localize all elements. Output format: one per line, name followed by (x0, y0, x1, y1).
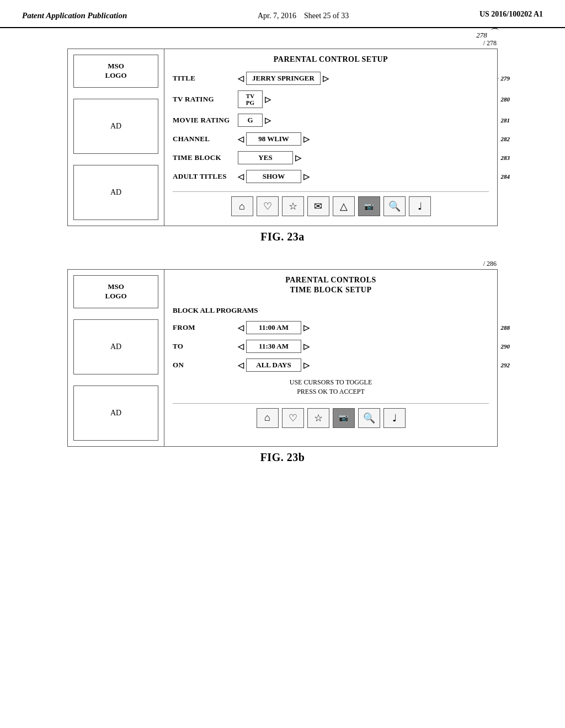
envelope-icon[interactable]: ✉ (307, 196, 329, 216)
ref-290: 290 (501, 343, 510, 350)
arrow-left-title[interactable]: ◁ (238, 74, 244, 83)
star-icon[interactable]: ☆ (282, 196, 304, 216)
screen-23a: MSOLOGO AD AD PARENTAL CONTROL SETUP TIT… (67, 49, 498, 226)
control-title[interactable]: ◁ JERRY SPRINGER ▷ (238, 72, 329, 85)
control-time-block[interactable]: YES ▷ (238, 151, 301, 164)
arrow-left-to[interactable]: ◁ (238, 342, 244, 351)
arrow-left-channel[interactable]: ◁ (238, 135, 244, 144)
home-icon-23b[interactable]: ⌂ (257, 408, 279, 428)
arrow-right-channel[interactable]: ▷ (303, 135, 310, 144)
ad-box-1-23b: AD (73, 319, 158, 374)
fig-label-23b: FIG. 23b (67, 451, 498, 464)
control-from[interactable]: ◁ 11:00 AM ▷ (238, 321, 310, 334)
ref-278-label: / 278 (67, 39, 498, 47)
control-on[interactable]: ◁ ALL DAYS ▷ (238, 358, 310, 372)
row-to: TO ◁ 11:30 AM ▷ 290 (173, 340, 489, 353)
arrow-right-to[interactable]: ▷ (303, 342, 310, 351)
logo-text-23a: MSOLOGO (105, 62, 126, 79)
cursors-line1: USE CURSORS TO TOGGLE (290, 378, 372, 386)
arrow-right-on[interactable]: ▷ (303, 361, 310, 370)
music-icon-23b[interactable]: ♩ (383, 408, 406, 428)
right-panel-23a: PARENTAL CONTROL SETUP TITLE ◁ JERRY SPR… (164, 49, 497, 226)
value-movie-rating: G (238, 114, 263, 127)
ref-281: 281 (501, 117, 510, 124)
row-channel: CHANNEL ◁ 98 WLIW ▷ 282 (173, 132, 489, 146)
control-to[interactable]: ◁ 11:30 AM ▷ (238, 340, 310, 353)
page-header: Patent Application Publication Apr. 7, 2… (0, 0, 565, 28)
use-cursors-text: USE CURSORS TO TOGGLE PRESS OK TO ACCEPT (173, 378, 489, 397)
row-time-block: TIME BLOCK YES ▷ 283 (173, 151, 489, 164)
search-icon[interactable]: 🔍 (383, 196, 406, 216)
ad-box-1-23a: AD (73, 99, 158, 154)
arrow-right-adult-titles[interactable]: ▷ (303, 172, 310, 181)
heart-icon[interactable]: ♡ (257, 196, 279, 216)
main-content: 278 ⌒ / 278 MSOLOGO AD AD PARENTAL CONT (0, 34, 565, 469)
label-on: ON (173, 361, 233, 370)
label-from: FROM (173, 323, 233, 332)
label-time-block: TIME BLOCK (173, 153, 233, 162)
ref-282: 282 (501, 136, 510, 142)
ref-279: 279 (501, 75, 510, 82)
label-movie-rating: MOVIE RATING (173, 116, 233, 125)
left-panel-23b: MSOLOGO AD AD (68, 270, 164, 446)
arrow-left-on[interactable]: ◁ (238, 361, 244, 370)
control-movie-rating[interactable]: G ▷ (238, 114, 271, 127)
value-channel: 98 WLIW (246, 132, 301, 146)
control-tv-rating[interactable]: TVPG ▷ (238, 90, 271, 108)
row-tv-rating: TV RATING TVPG ▷ 280 (173, 90, 489, 108)
music-icon[interactable]: ♩ (409, 196, 431, 216)
ref-279-bracket (497, 78, 499, 79)
header-center: Apr. 7, 2016 Sheet 25 of 33 (258, 10, 349, 22)
label-tv-rating: TV RATING (173, 95, 233, 104)
icon-toolbar-23a: ⌂ ♡ ☆ ✉ △ 📷 🔍 ♩ (173, 191, 489, 216)
home-icon[interactable]: ⌂ (231, 196, 253, 216)
star-icon-23b[interactable]: ☆ (307, 408, 329, 428)
ad-box-2-23b: AD (73, 386, 158, 441)
label-title: TITLE (173, 74, 233, 83)
ref-288: 288 (501, 324, 510, 331)
value-to: 11:30 AM (246, 340, 301, 353)
arrow-right-time-block[interactable]: ▷ (295, 153, 301, 163)
arrow-left-adult-titles[interactable]: ◁ (238, 172, 244, 181)
publication-title: Patent Application Publication (22, 10, 127, 22)
value-tv-rating: TVPG (238, 90, 263, 108)
ref-278: 278 ⌒ (476, 29, 498, 41)
left-panel-23a: MSOLOGO AD AD (68, 49, 164, 226)
control-adult-titles[interactable]: ◁ SHOW ▷ (238, 170, 310, 183)
diagram-23b: / 286 MSOLOGO AD AD PARENTAL CONTROLS TI (67, 260, 498, 464)
arrow-left-from[interactable]: ◁ (238, 323, 244, 333)
value-from: 11:00 AM (246, 321, 301, 334)
control-channel[interactable]: ◁ 98 WLIW ▷ (238, 132, 310, 146)
row-on: ON ◁ ALL DAYS ▷ 292 (173, 358, 489, 372)
triangle-icon[interactable]: △ (333, 196, 355, 216)
arrow-right-title[interactable]: ▷ (323, 74, 329, 83)
block-all-label: BLOCK ALL PROGRAMS (173, 305, 489, 315)
ref-284: 284 (501, 173, 510, 180)
label-channel: CHANNEL (173, 135, 233, 143)
value-title: JERRY SPRINGER (246, 72, 321, 85)
cursors-line2: PRESS OK TO ACCEPT (297, 388, 365, 395)
value-time-block: YES (238, 151, 293, 164)
panel-title-23a: PARENTAL CONTROL SETUP (173, 55, 489, 65)
label-adult-titles: ADULT TITLES (173, 172, 233, 181)
logo-text-23b: MSOLOGO (105, 282, 126, 300)
arrow-right-tv-rating[interactable]: ▷ (265, 95, 271, 104)
fig-label-23a: FIG. 23a (67, 231, 498, 243)
value-on: ALL DAYS (246, 358, 301, 372)
panel-title-23b: PARENTAL CONTROLS TIME BLOCK SETUP (173, 275, 489, 295)
diagram-23a: 278 ⌒ / 278 MSOLOGO AD AD PARENTAL CONT (67, 39, 498, 243)
camera-icon-23b[interactable]: 📷 (333, 408, 355, 428)
ref-292: 292 (501, 362, 510, 368)
patent-number: US 2016/100202 A1 (479, 10, 543, 19)
heart-icon-23b[interactable]: ♡ (282, 408, 304, 428)
right-panel-23b: PARENTAL CONTROLS TIME BLOCK SETUP BLOCK… (164, 270, 497, 446)
pub-date: Apr. 7, 2016 (258, 12, 296, 20)
logo-box-23b: MSOLOGO (73, 275, 158, 308)
ad-box-2-23a: AD (73, 165, 158, 220)
camera-icon[interactable]: 📷 (358, 196, 380, 216)
arrow-right-movie-rating[interactable]: ▷ (265, 116, 271, 125)
arrow-right-from[interactable]: ▷ (303, 323, 310, 333)
search-icon-23b[interactable]: 🔍 (358, 408, 380, 428)
ref-280: 280 (501, 96, 510, 103)
label-to: TO (173, 342, 233, 351)
